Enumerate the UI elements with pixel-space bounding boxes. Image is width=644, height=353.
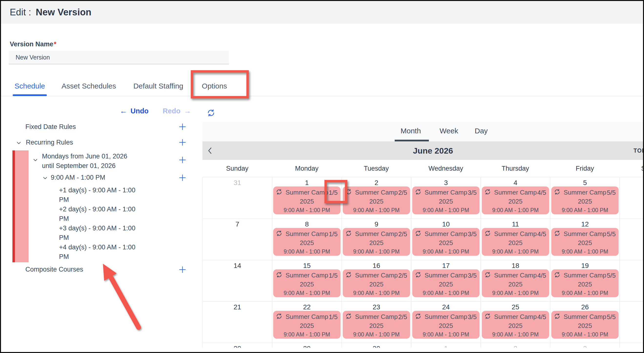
tab-options[interactable]: Options <box>201 76 228 96</box>
calendar-day-cell[interactable]: 14 <box>202 260 272 301</box>
calendar-day-cell[interactable]: 16 2/5Summer Camp 20259:00 AM - 1:00 PM <box>342 260 411 301</box>
event-title: Summer Camp 2025 <box>350 188 403 206</box>
calendar-day-cell[interactable]: 17 3/5Summer Camp 20259:00 AM - 1:00 PM <box>411 260 480 301</box>
tab-asset-schedules[interactable]: Asset Schedules <box>60 76 117 96</box>
calendar-day-cell[interactable]: 2 <box>480 343 550 348</box>
event-time: 9:00 AM - 1:00 PM <box>551 207 619 214</box>
calendar-day-cell[interactable]: 28 <box>202 343 272 348</box>
today-button[interactable]: TODAY <box>634 141 644 160</box>
calendar-day-cell[interactable]: 23 2/5Summer Camp 20259:00 AM - 1:00 PM <box>342 301 411 343</box>
calendar-day-cell[interactable]: 8 1/5Summer Camp 20259:00 AM - 1:00 PM <box>272 218 342 260</box>
view-tab-month[interactable]: Month <box>400 122 421 140</box>
tab-schedule[interactable]: Schedule <box>13 76 47 96</box>
add-recurring-rule-button[interactable] <box>178 138 187 147</box>
tree-item-fixed-date-rules[interactable]: Fixed Date Rules <box>25 123 76 131</box>
calendar-day-cell[interactable]: 1 1/5Summer Camp 20259:00 AM - 1:00 PM <box>272 177 342 218</box>
redo-button[interactable]: Redo → <box>163 107 191 115</box>
tab-default-staffing[interactable]: Default Staffing <box>131 76 186 96</box>
view-tab-week[interactable]: Week <box>440 122 458 140</box>
day-number: 18 <box>481 262 550 269</box>
weekday-header: Monday <box>272 160 342 177</box>
calendar-day-cell[interactable]: 1 <box>411 343 480 348</box>
calendar-day-cell[interactable] <box>620 301 644 343</box>
event-time: 9:00 AM - 1:00 PM <box>343 331 410 338</box>
calendar-day-cell[interactable]: 7 <box>202 218 272 260</box>
calendar-day-cell[interactable]: 5 5/5Summer Camp 20259:00 AM - 1:00 PM <box>550 177 620 218</box>
event-title: Summer Camp 2025 <box>280 271 333 289</box>
tree-item-composite-courses[interactable]: Composite Courses <box>25 266 83 273</box>
calendar-day-cell[interactable]: 9 2/5Summer Camp 20259:00 AM - 1:00 PM <box>342 218 411 260</box>
calendar-day-cell[interactable]: 22 1/5Summer Camp 20259:00 AM - 1:00 PM <box>272 301 342 343</box>
calendar-event[interactable]: 1/5Summer Camp 20259:00 AM - 1:00 PM <box>273 187 340 214</box>
calendar-day-cell[interactable]: 31 <box>202 177 272 218</box>
calendar-event[interactable]: 1/5Summer Camp 20259:00 AM - 1:00 PM <box>273 311 340 339</box>
calendar-event[interactable]: 1/5Summer Camp 20259:00 AM - 1:00 PM <box>273 269 340 297</box>
calendar-day-cell[interactable]: 4 4/5Summer Camp 20259:00 AM - 1:00 PM <box>480 177 550 218</box>
calendar-event[interactable]: 3/5Summer Camp 20259:00 AM - 1:00 PM <box>412 187 480 214</box>
calendar-event[interactable]: 4/5Summer Camp 20259:00 AM - 1:00 PM <box>482 187 549 214</box>
tree-item-recurring-rule[interactable]: Mondays from June 01, 2026 until Septemb… <box>42 152 133 171</box>
calendar-event[interactable]: 5/5Summer Camp 20259:00 AM - 1:00 PM <box>551 187 619 214</box>
calendar-day-cell[interactable] <box>620 260 644 301</box>
chevron-down-icon[interactable] <box>16 140 22 146</box>
view-tab-day[interactable]: Day <box>475 122 488 140</box>
calendar-day-cell[interactable]: 26 5/5Summer Camp 20259:00 AM - 1:00 PM <box>550 301 620 343</box>
day-number: 14 <box>203 262 272 269</box>
calendar-day-cell[interactable]: 15 1/5Summer Camp 20259:00 AM - 1:00 PM <box>272 260 342 301</box>
calendar-event[interactable]: 3/5Summer Camp 20259:00 AM - 1:00 PM <box>412 269 480 297</box>
calendar-day-cell[interactable]: 12 5/5Summer Camp 20259:00 AM - 1:00 PM <box>550 218 620 260</box>
calendar-event[interactable]: 3/5Summer Camp 20259:00 AM - 1:00 PM <box>412 228 480 256</box>
calendar-day-cell[interactable] <box>620 343 644 348</box>
undo-button[interactable]: ← Undo <box>120 107 148 115</box>
add-day-offset-button[interactable] <box>178 173 187 182</box>
event-time: 9:00 AM - 1:00 PM <box>343 207 410 214</box>
event-time: 9:00 AM - 1:00 PM <box>343 290 410 297</box>
calendar-event[interactable]: 5/5Summer Camp 20259:00 AM - 1:00 PM <box>551 311 619 339</box>
calendar-day-cell[interactable]: 11 4/5Summer Camp 20259:00 AM - 1:00 PM <box>480 218 550 260</box>
tree-item-recurring-rules[interactable]: Recurring Rules <box>26 139 73 146</box>
add-rule-time-button[interactable] <box>178 156 187 164</box>
event-title: Summer Camp 2025 <box>558 229 611 247</box>
version-name-input[interactable] <box>9 51 229 64</box>
calendar-day-cell[interactable]: 10 3/5Summer Camp 20259:00 AM - 1:00 PM <box>411 218 480 260</box>
tree-item-day-offset[interactable]: +1 day(s) - 9:00 AM - 1:00 PM <box>59 186 138 205</box>
calendar-day-cell[interactable]: 19 5/5Summer Camp 20259:00 AM - 1:00 PM <box>550 260 620 301</box>
calendar-day-cell[interactable]: 3 3/5Summer Camp 20259:00 AM - 1:00 PM <box>411 177 480 218</box>
calendar-grid: 311 1/5Summer Camp 20259:00 AM - 1:00 PM… <box>202 177 644 348</box>
calendar-day-cell[interactable] <box>620 218 644 260</box>
calendar-event[interactable]: 5/5Summer Camp 20259:00 AM - 1:00 PM <box>551 269 619 297</box>
calendar-event[interactable]: 2/5Summer Camp 20259:00 AM - 1:00 PM <box>343 311 410 339</box>
calendar-day-cell[interactable]: 29 <box>272 343 342 348</box>
event-time: 9:00 AM - 1:00 PM <box>273 248 340 255</box>
day-number: 2 <box>342 179 411 187</box>
calendar-event[interactable]: 1/5Summer Camp 20259:00 AM - 1:00 PM <box>273 228 340 256</box>
tree-item-day-offset[interactable]: +3 day(s) - 9:00 AM - 1:00 PM <box>59 224 138 243</box>
calendar-day-cell[interactable]: 3 <box>550 343 620 348</box>
calendar-event[interactable]: 4/5Summer Camp 20259:00 AM - 1:00 PM <box>482 269 549 297</box>
day-number: 11 <box>481 221 550 228</box>
calendar-day-cell[interactable] <box>620 177 644 218</box>
add-composite-course-button[interactable] <box>178 265 187 274</box>
calendar-day-cell[interactable]: 21 <box>202 301 272 343</box>
calendar-event[interactable]: 5/5Summer Camp 20259:00 AM - 1:00 PM <box>551 228 619 256</box>
calendar-day-cell[interactable]: 30 <box>342 343 411 348</box>
calendar-day-cell[interactable]: 18 4/5Summer Camp 20259:00 AM - 1:00 PM <box>480 260 550 301</box>
refresh-icon[interactable] <box>206 108 216 117</box>
event-title: Summer Camp 2025 <box>558 312 611 330</box>
tree-item-day-offset[interactable]: +4 day(s) - 9:00 AM - 1:00 PM <box>59 243 138 262</box>
calendar-event[interactable]: 2/5Summer Camp 20259:00 AM - 1:00 PM <box>343 269 410 297</box>
tree-item-time-range[interactable]: 9:00 AM - 1:00 PM <box>51 174 106 181</box>
calendar-event[interactable]: 2/5Summer Camp 20259:00 AM - 1:00 PM <box>343 187 410 214</box>
calendar-day-cell[interactable]: 25 4/5Summer Camp 20259:00 AM - 1:00 PM <box>480 301 550 343</box>
calendar-event[interactable]: 4/5Summer Camp 20259:00 AM - 1:00 PM <box>482 228 549 256</box>
day-number: 1 <box>272 179 342 187</box>
calendar-event[interactable]: 4/5Summer Camp 20259:00 AM - 1:00 PM <box>482 311 549 339</box>
chevron-down-icon[interactable] <box>42 175 48 181</box>
calendar-event[interactable]: 2/5Summer Camp 20259:00 AM - 1:00 PM <box>343 228 410 256</box>
chevron-down-icon[interactable] <box>32 157 38 163</box>
calendar-day-cell[interactable]: 24 3/5Summer Camp 20259:00 AM - 1:00 PM <box>411 301 480 343</box>
tree-item-day-offset[interactable]: +2 day(s) - 9:00 AM - 1:00 PM <box>59 205 138 224</box>
calendar-event[interactable]: 3/5Summer Camp 20259:00 AM - 1:00 PM <box>412 311 480 339</box>
calendar-day-cell[interactable]: 2 2/5Summer Camp 20259:00 AM - 1:00 PM <box>342 177 411 218</box>
add-fixed-date-rule-button[interactable] <box>178 122 187 131</box>
